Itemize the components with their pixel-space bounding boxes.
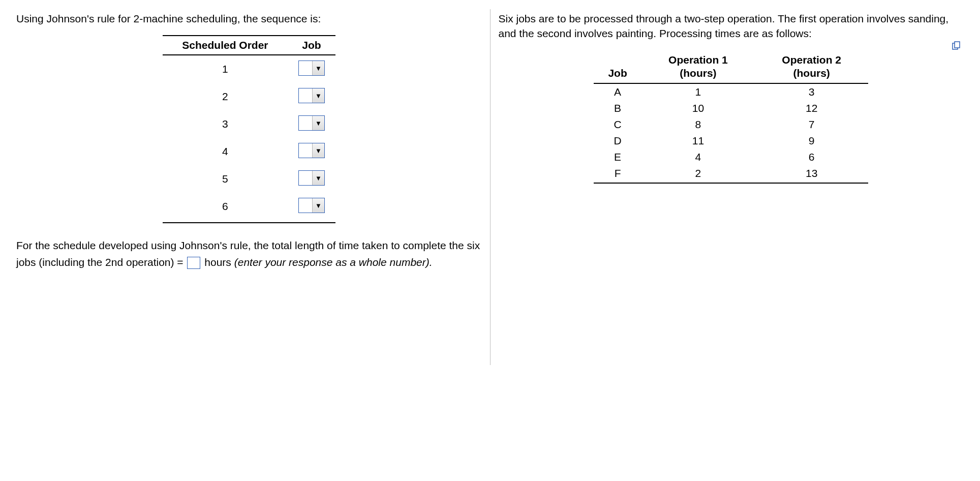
schedule-table: Scheduled Order Job 1 ▼ [163, 35, 335, 223]
job-dropdown-1[interactable]: ▼ [298, 61, 325, 76]
order-cell: 6 [163, 193, 288, 223]
makespan-input[interactable] [187, 257, 200, 269]
chevron-down-icon: ▼ [312, 88, 324, 103]
schedule-row: 4 ▼ [163, 138, 335, 165]
chevron-down-icon: ▼ [312, 143, 324, 158]
op2-cell: 7 [755, 116, 868, 133]
op2-cell: 3 [755, 83, 868, 100]
makespan-prompt: For the schedule developed using Johnson… [16, 237, 482, 270]
job-dropdown-2[interactable]: ▼ [298, 88, 325, 103]
job-dropdown-4[interactable]: ▼ [298, 143, 325, 158]
data-table-wrapper: Job Operation 1(hours) Operation 2(hours… [499, 50, 964, 184]
right-intro-text: Six jobs are to be processed through a t… [499, 11, 964, 41]
chevron-down-icon: ▼ [312, 116, 324, 130]
schedule-table-wrapper: Scheduled Order Job 1 ▼ [16, 35, 482, 223]
schedule-row: 1 ▼ [163, 55, 335, 83]
data-row: B 10 12 [594, 100, 868, 116]
job-cell: E [594, 149, 641, 165]
order-cell: 2 [163, 83, 288, 110]
data-row: F 2 13 [594, 165, 868, 183]
data-header-op2: Operation 2(hours) [755, 50, 868, 84]
prompt-hint: (enter your response as a whole number). [234, 256, 433, 268]
schedule-header-order: Scheduled Order [163, 36, 288, 55]
chevron-down-icon: ▼ [312, 198, 324, 213]
left-column: Using Johnson's rule for 2-machine sched… [8, 9, 490, 365]
right-column: Six jobs are to be processed through a t… [491, 9, 972, 365]
op2-cell: 6 [755, 149, 868, 165]
schedule-row: 3 ▼ [163, 110, 335, 138]
svg-rect-1 [955, 42, 960, 48]
data-row: A 1 3 [594, 83, 868, 100]
left-intro-text: Using Johnson's rule for 2-machine sched… [16, 11, 482, 26]
op2-cell: 12 [755, 100, 868, 116]
order-cell: 1 [163, 55, 288, 83]
data-row: C 8 7 [594, 116, 868, 133]
data-row: D 11 9 [594, 133, 868, 149]
job-cell: A [594, 83, 641, 100]
job-dropdown-5[interactable]: ▼ [298, 170, 325, 186]
schedule-header-job: Job [288, 36, 335, 55]
page-columns: Using Johnson's rule for 2-machine sched… [8, 9, 972, 365]
chevron-down-icon: ▼ [312, 61, 324, 75]
job-dropdown-3[interactable]: ▼ [298, 115, 325, 131]
op1-cell: 8 [641, 116, 755, 133]
job-cell: C [594, 116, 641, 133]
data-header-op1: Operation 1(hours) [641, 50, 755, 84]
job-cell: B [594, 100, 641, 116]
schedule-row: 6 ▼ [163, 193, 335, 223]
chevron-down-icon: ▼ [312, 171, 324, 185]
job-cell: F [594, 165, 641, 183]
data-row: E 4 6 [594, 149, 868, 165]
processing-times-table: Job Operation 1(hours) Operation 2(hours… [594, 50, 868, 184]
op1-cell: 4 [641, 149, 755, 165]
order-cell: 5 [163, 165, 288, 193]
prompt-text-part2: hours [204, 256, 234, 268]
op1-cell: 1 [641, 83, 755, 100]
data-header-job: Job [594, 50, 641, 84]
op1-cell: 2 [641, 165, 755, 183]
copy-icon[interactable] [952, 41, 961, 50]
op1-cell: 10 [641, 100, 755, 116]
schedule-row: 5 ▼ [163, 165, 335, 193]
order-cell: 4 [163, 138, 288, 165]
op1-cell: 11 [641, 133, 755, 149]
job-cell: D [594, 133, 641, 149]
op2-cell: 9 [755, 133, 868, 149]
order-cell: 3 [163, 110, 288, 138]
op2-cell: 13 [755, 165, 868, 183]
schedule-row: 2 ▼ [163, 83, 335, 110]
job-dropdown-6[interactable]: ▼ [298, 198, 325, 213]
